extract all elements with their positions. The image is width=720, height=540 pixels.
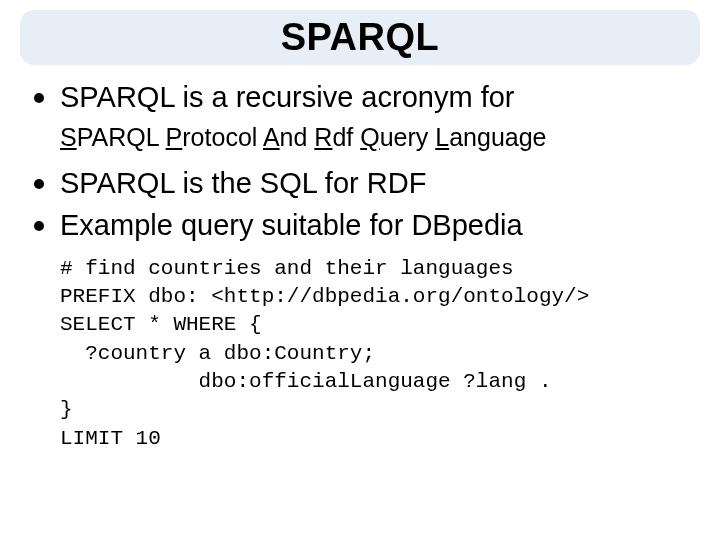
acronym-pr: rotocol bbox=[182, 123, 263, 151]
code-line-3: SELECT * WHERE { bbox=[60, 313, 262, 336]
acronym-a: A bbox=[263, 123, 280, 151]
slide-title-bar: SPARQL bbox=[20, 10, 700, 65]
acronym-l: L bbox=[435, 123, 449, 151]
acronym-sr: PARQL bbox=[77, 123, 166, 151]
code-line-1: # find countries and their languages bbox=[60, 257, 514, 280]
bullet-item-2: SPARQL is the SQL for RDF bbox=[28, 165, 700, 203]
code-line-6: } bbox=[60, 398, 73, 421]
acronym-line: SPARQL Protocol And Rdf Query Language bbox=[60, 121, 700, 154]
bullet-list: SPARQL is a recursive acronym for bbox=[20, 79, 700, 117]
code-line-5: dbo:officialLanguage ?lang . bbox=[60, 370, 551, 393]
acronym-q: Q bbox=[360, 123, 379, 151]
code-block: # find countries and their languages PRE… bbox=[60, 255, 700, 453]
acronym-ar: nd bbox=[280, 123, 315, 151]
acronym-p: P bbox=[166, 123, 183, 151]
acronym-rr: df bbox=[332, 123, 360, 151]
code-line-7: LIMIT 10 bbox=[60, 427, 161, 450]
slide-title: SPARQL bbox=[40, 16, 680, 59]
code-line-4: ?country a dbo:Country; bbox=[60, 342, 375, 365]
acronym-qr: uery bbox=[380, 123, 436, 151]
bullet-list-2: SPARQL is the SQL for RDF Example query … bbox=[20, 165, 700, 244]
bullet-item-1: SPARQL is a recursive acronym for bbox=[28, 79, 700, 117]
bullet-item-3: Example query suitable for DBpedia bbox=[28, 207, 700, 245]
acronym-lr: anguage bbox=[449, 123, 546, 151]
code-line-2: PREFIX dbo: <http://dbpedia.org/ontology… bbox=[60, 285, 589, 308]
acronym-s: S bbox=[60, 123, 77, 151]
acronym-r: R bbox=[314, 123, 332, 151]
